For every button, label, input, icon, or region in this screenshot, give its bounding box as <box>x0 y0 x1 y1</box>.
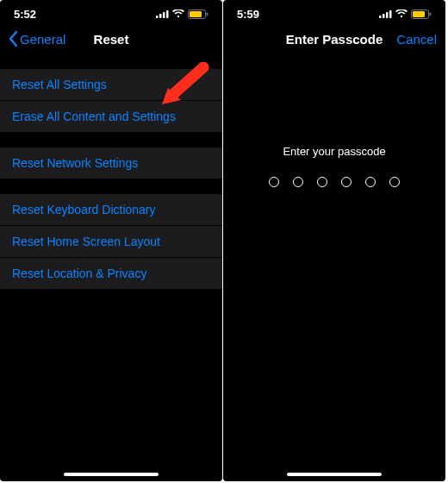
phone-reset-screen: 5:52 General Reset Reset All Setti <box>0 0 222 481</box>
row-label: Reset Home Screen Layout <box>12 235 160 248</box>
status-right <box>379 9 432 19</box>
svg-rect-2 <box>163 12 165 18</box>
reset-all-settings[interactable]: Reset All Settings <box>0 69 222 101</box>
phone-passcode-screen: 5:59 Enter Passcode Cancel Enter your pa… <box>223 0 445 481</box>
svg-rect-1 <box>159 14 162 18</box>
reset-group-2: Reset Network Settings <box>0 147 222 179</box>
row-label: Reset Network Settings <box>12 156 138 170</box>
passcode-dot <box>293 177 303 187</box>
home-indicator[interactable] <box>287 473 382 476</box>
reset-location-privacy[interactable]: Reset Location & Privacy <box>0 258 222 289</box>
passcode-dot <box>389 177 400 187</box>
status-time: 5:59 <box>237 8 259 21</box>
svg-rect-8 <box>383 14 385 18</box>
row-label: Reset Location & Privacy <box>12 267 146 280</box>
passcode-dot <box>365 177 376 187</box>
svg-rect-5 <box>190 11 202 17</box>
status-bar: 5:52 <box>0 0 222 24</box>
back-label: General <box>20 32 65 47</box>
reset-group-1: Reset All Settings Erase All Content and… <box>0 69 222 132</box>
passcode-dot <box>317 177 327 187</box>
reset-keyboard-dictionary[interactable]: Reset Keyboard Dictionary <box>0 194 222 226</box>
battery-icon <box>411 9 432 19</box>
svg-rect-6 <box>207 12 208 16</box>
reset-network-settings[interactable]: Reset Network Settings <box>0 147 222 179</box>
passcode-dot <box>269 177 279 187</box>
back-button[interactable]: General <box>9 31 65 47</box>
cancel-label: Cancel <box>396 32 437 47</box>
row-label: Reset All Settings <box>12 78 107 91</box>
svg-rect-3 <box>166 10 169 18</box>
status-right <box>156 9 208 19</box>
svg-rect-10 <box>389 10 392 18</box>
row-label: Reset Keyboard Dictionary <box>12 203 156 216</box>
svg-rect-7 <box>379 16 382 18</box>
cellular-signal-icon <box>379 9 392 18</box>
wifi-icon <box>172 9 184 18</box>
svg-rect-0 <box>156 16 159 18</box>
status-bar: 5:59 <box>223 0 445 24</box>
nav-bar: General Reset <box>0 24 222 53</box>
nav-bar: Enter Passcode Cancel <box>223 24 445 53</box>
reset-home-screen-layout[interactable]: Reset Home Screen Layout <box>0 226 222 258</box>
erase-all-content[interactable]: Erase All Content and Settings <box>0 101 222 132</box>
passcode-prompt: Enter your passcode <box>283 145 385 158</box>
svg-rect-13 <box>430 12 432 16</box>
passcode-area: Enter your passcode <box>223 145 445 187</box>
passcode-dots[interactable] <box>269 177 400 187</box>
status-time: 5:52 <box>14 8 36 21</box>
svg-rect-9 <box>386 12 389 18</box>
chevron-left-icon <box>9 31 18 47</box>
reset-group-3: Reset Keyboard Dictionary Reset Home Scr… <box>0 194 222 289</box>
row-label: Erase All Content and Settings <box>12 110 176 123</box>
cancel-button[interactable]: Cancel <box>396 32 437 47</box>
home-indicator[interactable] <box>64 473 159 476</box>
passcode-dot <box>341 177 352 187</box>
cellular-signal-icon <box>156 9 169 18</box>
wifi-icon <box>395 9 408 18</box>
svg-rect-12 <box>413 11 425 17</box>
battery-icon <box>188 9 208 19</box>
